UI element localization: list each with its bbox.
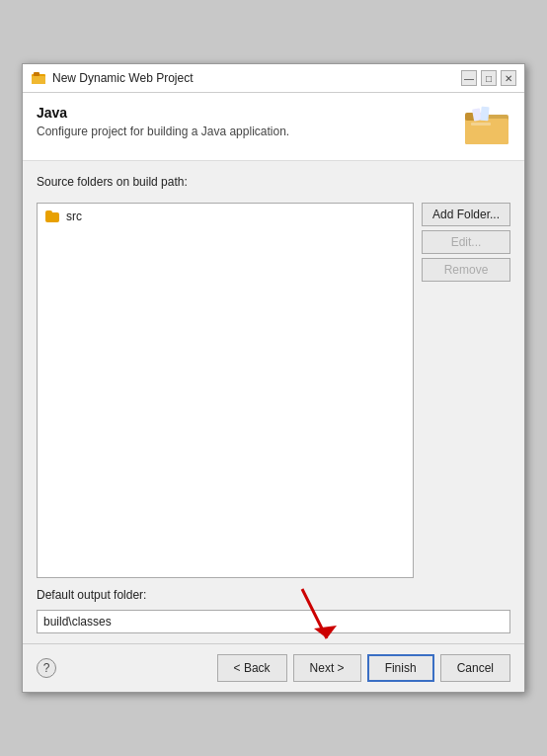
list-item: src [41, 208, 409, 225]
dialog-title: New Dynamic Web Project [52, 71, 194, 85]
header-title: Java [37, 105, 289, 121]
dialog-window: New Dynamic Web Project — □ ✕ Java Confi… [22, 63, 525, 693]
svg-rect-7 [480, 107, 489, 122]
back-button[interactable]: < Back [217, 654, 287, 682]
maximize-button[interactable]: □ [481, 70, 497, 86]
src-folder-icon [45, 210, 61, 222]
title-bar-controls: — □ ✕ [461, 70, 516, 86]
edit-button[interactable]: Edit... [422, 230, 510, 254]
header-text: Java Configure project for building a Ja… [37, 105, 289, 138]
cancel-button[interactable]: Cancel [440, 654, 510, 682]
title-bar: New Dynamic Web Project — □ ✕ [23, 64, 524, 93]
header-section: Java Configure project for building a Ja… [23, 93, 524, 161]
source-folders-row: src Add Folder... Edit... Remove [37, 203, 510, 578]
svg-rect-4 [465, 119, 508, 144]
svg-rect-8 [471, 123, 491, 126]
svg-rect-2 [34, 72, 39, 76]
footer: ? < Back Next > Finish Cancel [23, 643, 524, 692]
output-section: Default output folder: [37, 588, 510, 633]
svg-rect-1 [32, 76, 45, 84]
output-label: Default output folder: [37, 588, 510, 602]
help-button[interactable]: ? [37, 658, 56, 678]
close-button[interactable]: ✕ [501, 70, 516, 86]
next-button[interactable]: Next > [293, 654, 361, 682]
minimize-button[interactable]: — [461, 70, 477, 86]
source-buttons: Add Folder... Edit... Remove [422, 203, 510, 282]
content-area: Source folders on build path: src Add Fo… [23, 161, 524, 643]
header-folder-icon [463, 105, 510, 148]
header-description: Configure project for building a Java ap… [37, 125, 289, 138]
output-input[interactable] [37, 610, 510, 633]
add-folder-button[interactable]: Add Folder... [422, 203, 510, 226]
src-item-label: src [66, 210, 82, 223]
footer-buttons: < Back Next > Finish Cancel [217, 654, 510, 682]
source-list: src [37, 203, 414, 578]
app-icon [31, 70, 46, 86]
title-bar-left: New Dynamic Web Project [31, 70, 194, 86]
remove-button[interactable]: Remove [422, 258, 510, 282]
source-folders-label: Source folders on build path: [37, 175, 510, 189]
finish-button[interactable]: Finish [367, 654, 434, 682]
